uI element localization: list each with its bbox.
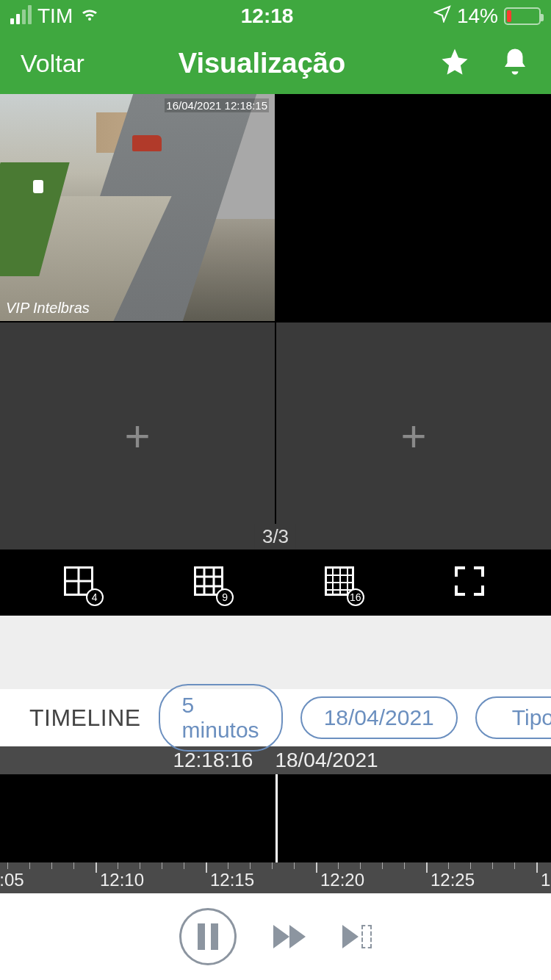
- layout-16-badge: 16: [347, 588, 364, 606]
- tick-label: 2:05: [0, 870, 24, 890]
- tick-minor: [250, 862, 251, 869]
- fast-forward-button[interactable]: [273, 925, 306, 948]
- tick-major: [426, 862, 428, 873]
- plus-icon: +: [124, 411, 150, 461]
- tick-minor: [73, 862, 74, 869]
- timeline-body[interactable]: [0, 774, 551, 862]
- camera-feed-1[interactable]: 16/04/2021 12:18:15 VIP Intelbras: [0, 94, 275, 321]
- tick-minor: [294, 862, 295, 869]
- status-time: 12:18: [241, 4, 294, 28]
- tick-minor: [338, 862, 339, 869]
- page-title: Visualização: [179, 48, 345, 79]
- tick-minor: [29, 862, 30, 869]
- layout-bar: 4 9 16: [0, 550, 551, 616]
- wifi-icon: [79, 4, 101, 28]
- tick-minor: [404, 862, 405, 869]
- tick-label: 12:15: [210, 870, 254, 890]
- tick-minor: [162, 862, 162, 869]
- star-icon[interactable]: [439, 46, 470, 80]
- camera-label: VIP Intelbras: [6, 300, 90, 317]
- tick-label: 12:10: [100, 870, 144, 890]
- fullscreen-icon: [455, 566, 484, 596]
- status-bar: TIM 12:18 14%: [0, 0, 551, 32]
- tick-major: [96, 862, 97, 873]
- spacer: [0, 616, 551, 689]
- camera-slot-3[interactable]: +: [0, 323, 275, 550]
- location-icon: [433, 4, 451, 28]
- range-button[interactable]: 5 minutos: [159, 684, 283, 752]
- tick-major: [536, 862, 538, 873]
- layout-9-badge: 9: [216, 588, 234, 606]
- tick-minor: [492, 862, 493, 869]
- carrier-label: TIM: [37, 4, 73, 28]
- back-button[interactable]: Voltar: [21, 49, 84, 78]
- tick-minor: [382, 862, 383, 869]
- battery-pct: 14%: [457, 4, 498, 28]
- layout-4-button[interactable]: 4: [64, 566, 96, 599]
- bell-icon[interactable]: [500, 46, 530, 80]
- timeline-controls: TIMELINE 5 minutos 18/04/2021 Tipo: [0, 689, 551, 746]
- timeline-ruler[interactable]: 2:0512:1012:1512:2012:2512: [0, 862, 551, 893]
- tick-minor: [448, 862, 449, 869]
- tick-label: 12: [541, 870, 551, 890]
- layout-4-badge: 4: [86, 588, 104, 606]
- video-grid: 16/04/2021 12:18:15 VIP Intelbras + + 3/…: [0, 94, 551, 550]
- timeline-label: TIMELINE: [29, 705, 141, 732]
- signal-icon: [10, 8, 32, 24]
- camera-slot-2[interactable]: [276, 94, 551, 321]
- date-button[interactable]: 18/04/2021: [300, 696, 458, 739]
- layout-9-button[interactable]: 9: [194, 566, 226, 599]
- tick-minor: [272, 862, 273, 869]
- type-button[interactable]: Tipo: [475, 696, 551, 739]
- timeline-strip: 12:18:16 18/04/2021 2:0512:1012:1512:201…: [0, 746, 551, 893]
- pause-button[interactable]: [179, 908, 237, 965]
- playback-bar: [0, 893, 551, 980]
- battery-icon: [504, 7, 541, 25]
- tick-minor: [514, 862, 515, 869]
- status-left: TIM: [10, 4, 101, 28]
- status-right: 14%: [433, 4, 541, 28]
- tick-minor: [118, 862, 118, 869]
- tick-major: [206, 862, 207, 873]
- timeline-head: 12:18:16 18/04/2021: [0, 746, 551, 774]
- tick-label: 12:25: [431, 870, 475, 890]
- tick-minor: [7, 862, 8, 869]
- tick-major: [316, 862, 317, 873]
- tick-minor: [470, 862, 471, 869]
- cursor-date: 18/04/2021: [275, 749, 378, 772]
- page-indicator: 3/3: [255, 524, 296, 550]
- step-forward-button[interactable]: [342, 925, 372, 948]
- tick-minor: [184, 862, 184, 869]
- camera-slot-4[interactable]: +: [276, 323, 551, 550]
- tick-minor: [51, 862, 52, 869]
- layout-16-button[interactable]: 16: [325, 566, 357, 599]
- nav-bar: Voltar Visualização: [0, 32, 551, 94]
- tick-minor: [228, 862, 228, 869]
- plus-icon: +: [400, 411, 426, 461]
- cursor-time: 12:18:16: [173, 749, 253, 772]
- timeline-cursor: [276, 774, 278, 862]
- fullscreen-button[interactable]: [455, 566, 487, 599]
- tick-minor: [360, 862, 361, 869]
- tick-minor: [140, 862, 140, 869]
- tick-label: 12:20: [320, 870, 364, 890]
- camera-timestamp: 16/04/2021 12:18:15: [165, 98, 269, 112]
